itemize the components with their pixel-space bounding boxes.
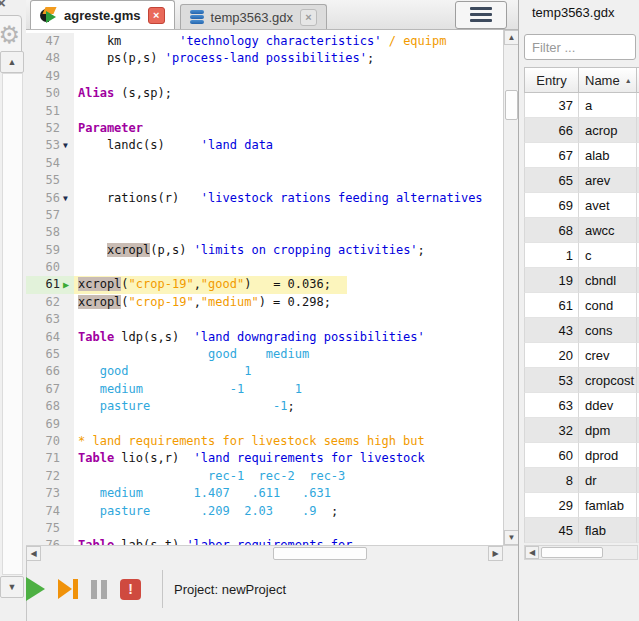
code-line[interactable]: 66 good 1	[26, 363, 503, 380]
code-line[interactable]: 75	[26, 520, 503, 537]
scroll-left-button[interactable]: ◀	[26, 546, 41, 561]
entry-cell[interactable]: 60	[524, 443, 579, 468]
name-cell[interactable]: cbndl	[579, 268, 637, 293]
code-line[interactable]: 51	[26, 103, 503, 120]
code-line[interactable]: 71Table lio(s,r) 'land requirements for …	[26, 450, 503, 467]
entry-cell[interactable]: 68	[524, 218, 579, 243]
entry-cell[interactable]: 8	[524, 468, 579, 493]
hscroll-thumb[interactable]	[541, 547, 603, 558]
code-line[interactable]: 63	[26, 311, 503, 328]
tab-temp3563-gdx[interactable]: temp3563.gdx ×	[180, 4, 327, 29]
name-cell[interactable]: cons	[579, 318, 637, 343]
code-line[interactable]: 74 pasture .209 2.03 .9 ;	[26, 503, 503, 520]
gdx-table-row[interactable]: 60dprod	[524, 443, 639, 468]
gdx-table-row[interactable]: 65arev	[524, 168, 639, 193]
name-cell[interactable]: dprod	[579, 443, 637, 468]
code-line[interactable]: 50Alias (s,sp);	[26, 85, 503, 102]
tab-agreste-gms[interactable]: agreste.gms ×	[30, 0, 175, 29]
gdx-table-row[interactable]: 69avet	[524, 193, 639, 218]
code-line[interactable]: 47 km 'technology characteristics' / equ…	[26, 33, 503, 50]
name-cell[interactable]: arev	[579, 168, 637, 193]
code-line[interactable]: 61▶xcropl("crop-19","good") = 0.036;	[26, 276, 503, 293]
editor-vscrollbar[interactable]: ▲ ▼	[503, 30, 518, 545]
entry-cell[interactable]: 32	[524, 418, 579, 443]
hscroll-thumb[interactable]	[273, 547, 367, 560]
entry-cell[interactable]: 37	[524, 93, 579, 118]
entry-cell[interactable]: 66	[524, 118, 579, 143]
code-line[interactable]: 72 rec-1 rec-2 rec-3	[26, 468, 503, 485]
entry-cell[interactable]: 19	[524, 268, 579, 293]
code-line[interactable]: 62xcropl("crop-19","medium") = 0.298;	[26, 294, 503, 311]
entry-cell[interactable]: 29	[524, 493, 579, 518]
menu-button[interactable]	[455, 1, 507, 29]
scrollbar-track[interactable]	[2, 73, 23, 575]
entry-cell[interactable]: 63	[524, 393, 579, 418]
code-line[interactable]: 67 medium -1 1	[26, 381, 503, 398]
code-line[interactable]: 48 ps(p,s) 'process-land possibilities';	[26, 50, 503, 67]
gdx-table-row[interactable]: 8dr	[524, 468, 639, 493]
entry-cell[interactable]: 20	[524, 343, 579, 368]
scroll-right-button[interactable]: ▶	[488, 546, 503, 561]
name-cell[interactable]: crev	[579, 343, 637, 368]
code-line[interactable]: 53▼ landc(s) 'land data	[26, 137, 503, 154]
name-cell[interactable]: c	[579, 243, 637, 268]
entry-cell[interactable]: 45	[524, 518, 579, 543]
close-tab-icon[interactable]: ×	[148, 7, 165, 24]
name-cell[interactable]: dpm	[579, 418, 637, 443]
name-cell[interactable]: cond	[579, 293, 637, 318]
code-line[interactable]: 69	[26, 416, 503, 433]
settings-button[interactable]: ⚙	[0, 15, 22, 55]
entry-cell[interactable]: 53	[524, 368, 579, 393]
gdx-table-row[interactable]: 19cbndl	[524, 268, 639, 293]
gdx-table-row[interactable]: 67alab	[524, 143, 639, 168]
name-cell[interactable]: cropcost	[579, 368, 637, 393]
name-cell[interactable]: acrop	[579, 118, 637, 143]
entry-cell[interactable]: 67	[524, 143, 579, 168]
gdx-table-row[interactable]: 37a	[524, 93, 639, 118]
fold-icon[interactable]: ▼	[61, 137, 74, 154]
code-line[interactable]: 55	[26, 172, 503, 189]
name-cell[interactable]: ddev	[579, 393, 637, 418]
entry-cell[interactable]: 69	[524, 193, 579, 218]
interrupt-button[interactable]: !	[120, 579, 141, 600]
entry-cell[interactable]: 1	[524, 243, 579, 268]
name-cell[interactable]: awcc	[579, 218, 637, 243]
name-cell[interactable]: flab	[579, 518, 637, 543]
gdx-table-row[interactable]: 20crev	[524, 343, 639, 368]
code-line[interactable]: 60	[26, 259, 503, 276]
code-line[interactable]: 56▼ rations(r) 'livestock rations feedin…	[26, 190, 503, 207]
name-cell[interactable]: famlab	[579, 493, 637, 518]
code-line[interactable]: 73 medium 1.407 .611 .631	[26, 485, 503, 502]
filter-input[interactable]	[524, 34, 636, 60]
scroll-up-button[interactable]: ▲	[0, 51, 24, 73]
code-line[interactable]: 52Parameter	[26, 120, 503, 137]
gdx-table-row[interactable]: 68awcc	[524, 218, 639, 243]
code-line[interactable]: 59 xcropl(p,s) 'limits on cropping activ…	[26, 242, 503, 259]
code-line[interactable]: 70* land requirements for livestock seem…	[26, 433, 503, 450]
gdx-table-row[interactable]: 43cons	[524, 318, 639, 343]
gdx-table-row[interactable]: 32dpm	[524, 418, 639, 443]
close-tab-icon[interactable]: ×	[300, 9, 317, 26]
entry-cell[interactable]: 65	[524, 168, 579, 193]
scroll-left-button[interactable]: ◀	[525, 546, 539, 559]
column-header-entry[interactable]: Entry	[524, 67, 579, 93]
name-cell[interactable]: a	[579, 93, 637, 118]
code-editor[interactable]: 47 km 'technology characteristics' / equ…	[26, 30, 503, 548]
code-line[interactable]: 65 good medium	[26, 346, 503, 363]
run-button[interactable]	[26, 577, 45, 601]
gdx-hscrollbar[interactable]: ◀	[524, 545, 638, 560]
fold-icon[interactable]: ▼	[61, 190, 74, 207]
vscroll-thumb[interactable]	[505, 90, 518, 120]
close-icon[interactable]: ×	[0, 0, 6, 11]
code-line[interactable]: 57	[26, 207, 503, 224]
entry-cell[interactable]: 61	[524, 293, 579, 318]
gdx-table-row[interactable]: 53cropcost	[524, 368, 639, 393]
code-line[interactable]: 58	[26, 224, 503, 241]
gdx-table-row[interactable]: 63ddev	[524, 393, 639, 418]
scroll-down-button[interactable]: ▼	[0, 576, 24, 598]
gdx-table-row[interactable]: 61cond	[524, 293, 639, 318]
name-cell[interactable]: alab	[579, 143, 637, 168]
column-header-name[interactable]: Name▲	[579, 67, 637, 93]
name-cell[interactable]: avet	[579, 193, 637, 218]
code-line[interactable]: 68 pasture -1;	[26, 398, 503, 415]
